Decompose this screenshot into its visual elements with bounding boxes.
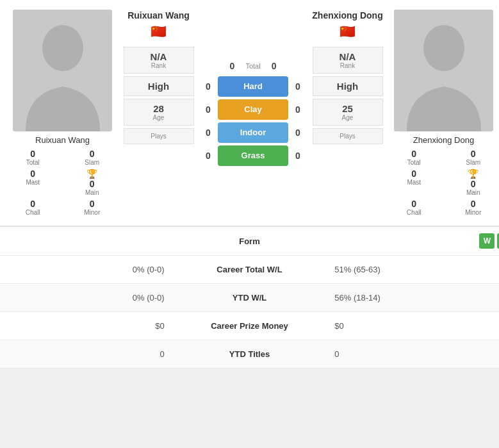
p2-hard-score: 0 [288, 81, 307, 92]
indoor-button[interactable]: Indoor [218, 122, 288, 143]
p2-indoor-score: 0 [288, 128, 307, 138]
hard-row: 0 Hard 0 [199, 76, 307, 97]
stats-label-1: YTD W/L [175, 284, 325, 312]
stats-row-0: 0% (0-0) Career Total W/L 51% (65-63) [0, 256, 499, 284]
player2-panel: Zhenxiong Dong 0 Total 0 Slam 0 Mast 🏆 0 [388, 10, 499, 216]
player1-age-box: 28 Age [124, 99, 194, 126]
form-badges: WWWLWLWWWL [322, 233, 499, 249]
clay-button[interactable]: Clay [218, 99, 288, 120]
player1-minor: 0 Minor [66, 199, 119, 216]
stats-right-0: 51% (65-63) [324, 256, 499, 284]
player2-rank-box: N/A Rank [313, 47, 383, 74]
hard-button[interactable]: Hard [218, 76, 288, 97]
p1-clay-score: 0 [199, 104, 218, 115]
player1-panel: Ruixuan Wang 0 Total 0 Slam 0 Mast 🏆 0 [6, 10, 119, 216]
stats-row-3: 0 YTD Titles 0 [0, 340, 499, 369]
player2-plays-box: Plays [313, 128, 383, 144]
player1-stats: 0 Total 0 Slam 0 Mast 🏆 0 Main 0 [6, 149, 119, 216]
grass-row: 0 Grass 0 [199, 145, 307, 166]
stats-row-1: 0% (0-0) YTD W/L 56% (18-14) [0, 284, 499, 312]
form-badge-w: W [479, 233, 495, 249]
stats-left-0: 0% (0-0) [0, 256, 175, 284]
stats-label-2: Career Prize Money [175, 312, 325, 340]
trophy1-icon: 🏆 [86, 169, 97, 179]
player1-name-center: Ruixuan Wang [127, 10, 190, 21]
stats-label-3: YTD Titles [175, 340, 325, 369]
center-panel: 0 Total 0 0 Hard 0 0 Clay 0 0 Indoor 0 [199, 10, 307, 216]
player2-flag: 🇨🇳 [339, 24, 356, 39]
player1-chall: 0 Chall [6, 199, 60, 216]
total-row: 0 Total 0 [199, 61, 307, 71]
player1-rank-box: N/A Rank [124, 47, 194, 74]
stats-left-1: 0% (0-0) [0, 284, 175, 312]
player1-total: 0 Total [6, 149, 60, 166]
player2-chall: 0 Chall [388, 199, 441, 216]
player2-slam: 0 Slam [447, 149, 500, 166]
top-section: Ruixuan Wang 0 Total 0 Slam 0 Mast 🏆 0 [0, 0, 499, 226]
p2-total-score: 0 [265, 61, 284, 71]
player2-main: 🏆 0 Main [447, 169, 500, 196]
p1-total-score: 0 [222, 61, 241, 71]
indoor-row: 0 Indoor 0 [199, 122, 307, 143]
player1-slam: 0 Slam [66, 149, 119, 166]
stats-right-2: $0 [324, 312, 499, 340]
player1-high-box: High [124, 76, 194, 96]
total-label: Total [245, 62, 260, 70]
p2-grass-score: 0 [288, 151, 307, 161]
player2-name-center: Zhenxiong Dong [312, 10, 382, 21]
player2-high-box: High [313, 76, 383, 96]
stats-label-0: Career Total W/L [175, 256, 325, 284]
player2-mast: 0 Mast [388, 169, 441, 196]
form-section: Form WWWLWLWWWL [0, 227, 499, 256]
stats-row-2: $0 Career Prize Money $0 [0, 312, 499, 340]
p1-hard-score: 0 [199, 81, 218, 92]
grass-button[interactable]: Grass [218, 145, 288, 166]
stats-left-3: 0 [0, 340, 175, 369]
p1-indoor-score: 0 [199, 128, 218, 138]
player1-flag: 🇨🇳 [151, 24, 167, 39]
clay-row: 0 Clay 0 [199, 99, 307, 120]
main-container: Ruixuan Wang 0 Total 0 Slam 0 Mast 🏆 0 [0, 0, 499, 369]
player1-header: Ruixuan Wang 🇨🇳 [127, 10, 190, 43]
player1-plays-box: Plays [124, 128, 194, 144]
player1-mast: 0 Mast [6, 169, 60, 196]
form-label: Form [177, 236, 321, 246]
trophy2-icon: 🏆 [468, 169, 479, 179]
stats-table: 0% (0-0) Career Total W/L 51% (65-63) 0%… [0, 256, 499, 369]
stats-left-2: $0 [0, 312, 175, 340]
player2-minor: 0 Minor [447, 199, 500, 216]
player2-stats: 0 Total 0 Slam 0 Mast 🏆 0 Main 0 [388, 149, 499, 216]
stats-right-3: 0 [324, 340, 499, 369]
stats-right-1: 56% (18-14) [324, 284, 499, 312]
p1-grass-score: 0 [199, 151, 218, 161]
player1-photo [13, 10, 112, 131]
bottom-section: Form WWWLWLWWWL 0% (0-0) Career Total W/… [0, 226, 499, 369]
player2-photo [394, 10, 493, 131]
svg-point-3 [423, 25, 464, 71]
player2-name: Zhenxiong Dong [413, 135, 474, 145]
player2-total: 0 Total [388, 149, 441, 166]
player1-name: Ruixuan Wang [35, 135, 90, 145]
svg-point-1 [42, 25, 83, 71]
player2-header: Zhenxiong Dong 🇨🇳 [312, 10, 382, 43]
player1-middle-panel: Ruixuan Wang 🇨🇳 N/A Rank High 28 Age Pla… [122, 10, 195, 216]
p2-clay-score: 0 [288, 104, 307, 115]
player2-age-box: 25 Age [313, 99, 383, 126]
player2-middle-panel: Zhenxiong Dong 🇨🇳 N/A Rank High 25 Age P… [311, 10, 384, 216]
player1-main: 🏆 0 Main [66, 169, 119, 196]
